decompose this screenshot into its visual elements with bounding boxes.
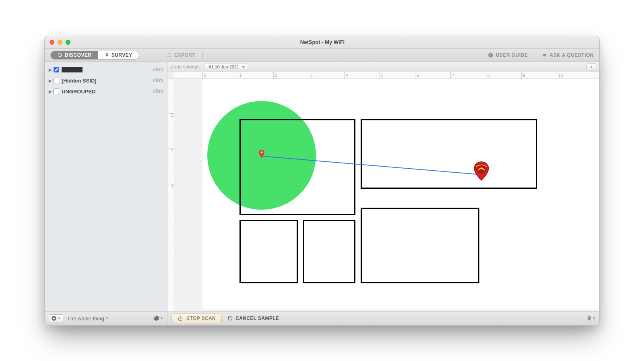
stop-scan-button[interactable]: STOP SCAN — [171, 314, 222, 323]
ruler-tick: 0 — [202, 72, 206, 78]
help-icon: ? — [488, 52, 493, 58]
add-button[interactable] — [49, 314, 63, 322]
ruler-tick: 3 — [309, 72, 313, 78]
target-icon — [57, 52, 62, 58]
chevron-down-icon — [58, 318, 60, 319]
network-checkbox[interactable] — [54, 78, 59, 83]
signal-unit: dBm — [153, 89, 163, 94]
undo-icon — [227, 316, 233, 321]
ruler-tick: 6 — [415, 72, 419, 78]
settings-button[interactable] — [153, 315, 163, 322]
window-title: NetSpot - My WiFi — [50, 39, 594, 45]
chevron-down-icon — [593, 318, 595, 319]
ruler-tick: 2 — [273, 72, 277, 78]
app-window: NetSpot - My WiFi DISCOVER — [44, 36, 600, 326]
ask-question-label: ASK A QUESTION — [550, 52, 594, 58]
network-checkbox[interactable] — [54, 89, 59, 94]
ruler-tick: 5 — [380, 72, 384, 78]
tab-discover[interactable]: DISCOVER — [51, 51, 98, 59]
room-rect — [239, 119, 355, 215]
access-point-marker[interactable] — [473, 161, 490, 183]
svg-point-10 — [481, 167, 482, 169]
chevron-right-icon: ▶ — [49, 78, 52, 83]
network-name-redacted — [62, 67, 83, 72]
export-button: EXPORT — [166, 52, 195, 58]
gear-icon — [153, 315, 160, 322]
network-name: [Hidden SSID] — [62, 78, 97, 84]
mode-segmented-control: DISCOVER SURVEY — [50, 51, 139, 60]
ruler-tick: 3 — [167, 184, 174, 188]
pin-icon — [105, 52, 109, 58]
ruler-horizontal: 0 1 2 3 4 5 6 7 8 9 10 — [167, 72, 599, 79]
room-rect — [361, 208, 479, 283]
app-body: ▶ dBm ▶ [Hidden SSID] dBm ▶ UNGROUPED dB… — [45, 62, 599, 311]
svg-point-8 — [261, 151, 263, 153]
cancel-sample-button[interactable]: CANCEL SAMPLE — [227, 316, 279, 321]
svg-text:?: ? — [489, 53, 491, 57]
ruler-tick: 4 — [344, 72, 348, 78]
stopwatch-icon — [178, 316, 183, 321]
network-checkbox[interactable] — [54, 67, 59, 72]
chevron-down-icon — [161, 318, 163, 319]
user-guide-button[interactable]: ? USER GUIDE — [488, 52, 528, 58]
pin-icon — [586, 315, 592, 322]
network-list: ▶ dBm ▶ [Hidden SSID] dBm ▶ UNGROUPED dB… — [45, 62, 167, 97]
ruler-tick: 10 — [557, 72, 563, 78]
scope-label: The whole thing — [67, 316, 104, 322]
tab-survey[interactable]: SURVEY — [98, 51, 139, 59]
ruler-tick: 9 — [521, 72, 525, 78]
signal-unit: dBm — [153, 78, 163, 83]
sample-point-pin[interactable] — [259, 150, 264, 159]
export-icon — [166, 52, 172, 58]
chevron-right-icon: ▶ — [49, 89, 52, 94]
ruler-tick: 4 — [167, 149, 174, 153]
ruler-tick: 8 — [486, 72, 490, 78]
survey-selector[interactable]: #1 10 Jun 2021 — [204, 64, 248, 70]
user-guide-label: USER GUIDE — [496, 52, 528, 58]
toolbar-divider — [202, 51, 203, 59]
main-panel: Zone surveys: #1 10 Jun 2021 + 0 1 2 3 4… — [167, 62, 599, 311]
network-name: UNGROUPED — [62, 89, 96, 95]
network-item[interactable]: ▶ [Hidden SSID] dBm — [45, 75, 167, 86]
bottom-toolbar: The whole thing STOP SCAN C — [45, 311, 599, 325]
svg-point-0 — [58, 53, 62, 57]
network-sidebar: ▶ dBm ▶ [Hidden SSID] dBm ▶ UNGROUPED dB… — [45, 62, 167, 311]
ruler-tick: 7 — [450, 72, 454, 78]
main-toolbar: DISCOVER SURVEY EXPORT — [45, 49, 599, 62]
room-rect — [303, 220, 355, 283]
titlebar: NetSpot - My WiFi — [45, 36, 599, 49]
survey-canvas[interactable] — [174, 79, 599, 311]
network-item[interactable]: ▶ UNGROUPED dBm — [45, 86, 167, 97]
export-label: EXPORT — [174, 52, 195, 58]
chevron-right-icon: ▶ — [49, 68, 52, 72]
tab-survey-label: SURVEY — [111, 52, 132, 58]
ruler-tick: 1 — [238, 72, 242, 78]
megaphone-icon — [542, 52, 547, 58]
ruler-tick: 5 — [167, 113, 174, 118]
plus-circle-icon — [51, 315, 57, 322]
ask-question-button[interactable]: ASK A QUESTION — [542, 52, 594, 58]
cancel-sample-label: CANCEL SAMPLE — [235, 316, 279, 321]
add-survey-button[interactable]: + — [586, 63, 596, 70]
survey-sub-toolbar: Zone surveys: #1 10 Jun 2021 + — [167, 62, 599, 72]
ruler-vertical: 5 4 3 — [167, 79, 174, 311]
room-rect — [239, 220, 298, 283]
signal-unit: dBm — [153, 67, 163, 72]
chevron-down-icon — [106, 318, 108, 319]
room-rect — [361, 119, 537, 189]
tab-discover-label: DISCOVER — [65, 52, 92, 58]
stop-scan-label: STOP SCAN — [186, 316, 216, 321]
network-item[interactable]: ▶ dBm — [45, 64, 167, 75]
scope-selector[interactable]: The whole thing — [67, 316, 108, 322]
survey-selector-value: #1 10 Jun 2021 — [208, 64, 239, 69]
zone-surveys-label: Zone surveys: — [171, 64, 201, 70]
canvas-area: 5 4 3 — [167, 79, 599, 311]
pin-menu-button[interactable] — [586, 315, 595, 322]
